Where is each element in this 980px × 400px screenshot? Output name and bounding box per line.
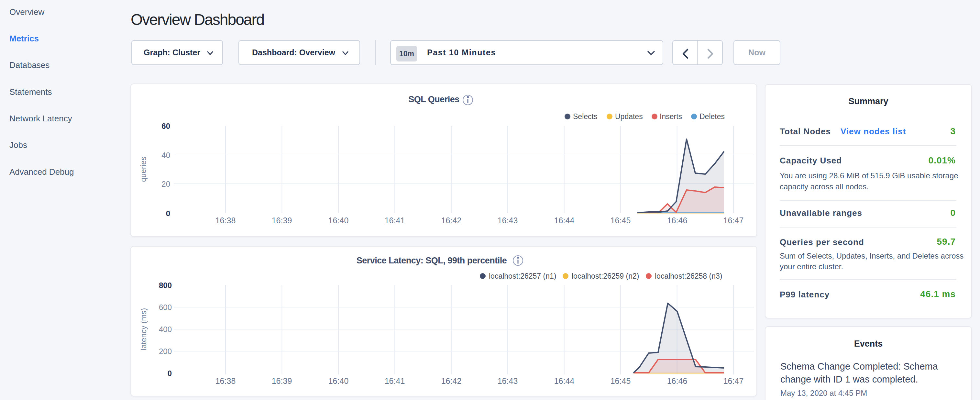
svg-text:Deletes: Deletes [700, 112, 725, 121]
svg-text:SQL Queries: SQL Queries [408, 94, 460, 104]
svg-text:localhost:26259 (n2): localhost:26259 (n2) [572, 272, 639, 280]
svg-text:16:38: 16:38 [215, 216, 236, 225]
svg-text:queries: queries [139, 157, 148, 182]
svg-text:600: 600 [159, 303, 172, 312]
svg-text:800: 800 [159, 281, 172, 290]
svg-text:Selects: Selects [573, 112, 597, 121]
svg-text:localhost:26258 (n3): localhost:26258 (n3) [655, 272, 722, 280]
svg-text:16:41: 16:41 [385, 216, 405, 225]
svg-text:Service Latency: SQL, 99th per: Service Latency: SQL, 99th percentile [356, 256, 507, 265]
svg-text:Updates: Updates [615, 112, 643, 121]
svg-text:0: 0 [168, 369, 172, 378]
svg-text:16:43: 16:43 [498, 216, 518, 225]
svg-text:16:45: 16:45 [611, 216, 631, 225]
svg-text:0: 0 [166, 209, 170, 218]
svg-text:16:47: 16:47 [724, 216, 744, 225]
svg-text:16:40: 16:40 [328, 376, 349, 386]
svg-text:16:46: 16:46 [667, 216, 687, 225]
svg-text:16:40: 16:40 [328, 216, 349, 225]
svg-text:latency (ms): latency (ms) [139, 308, 148, 351]
svg-text:16:45: 16:45 [611, 376, 631, 386]
svg-text:16:44: 16:44 [554, 216, 574, 225]
svg-text:16:43: 16:43 [498, 376, 518, 386]
svg-text:60: 60 [161, 122, 170, 131]
svg-text:16:38: 16:38 [215, 376, 236, 386]
svg-text:16:39: 16:39 [272, 216, 292, 225]
svg-text:20: 20 [161, 180, 170, 188]
svg-text:16:39: 16:39 [272, 376, 292, 386]
svg-text:200: 200 [159, 347, 172, 356]
svg-text:16:47: 16:47 [724, 376, 744, 386]
svg-text:40: 40 [161, 151, 170, 159]
svg-text:Inserts: Inserts [660, 112, 682, 121]
svg-text:16:42: 16:42 [441, 376, 462, 386]
svg-text:localhost:26257 (n1): localhost:26257 (n1) [489, 272, 556, 280]
svg-text:16:46: 16:46 [667, 376, 687, 386]
svg-text:16:41: 16:41 [385, 376, 405, 386]
svg-text:400: 400 [159, 325, 172, 334]
svg-text:16:44: 16:44 [554, 376, 574, 386]
svg-text:16:42: 16:42 [441, 216, 462, 225]
